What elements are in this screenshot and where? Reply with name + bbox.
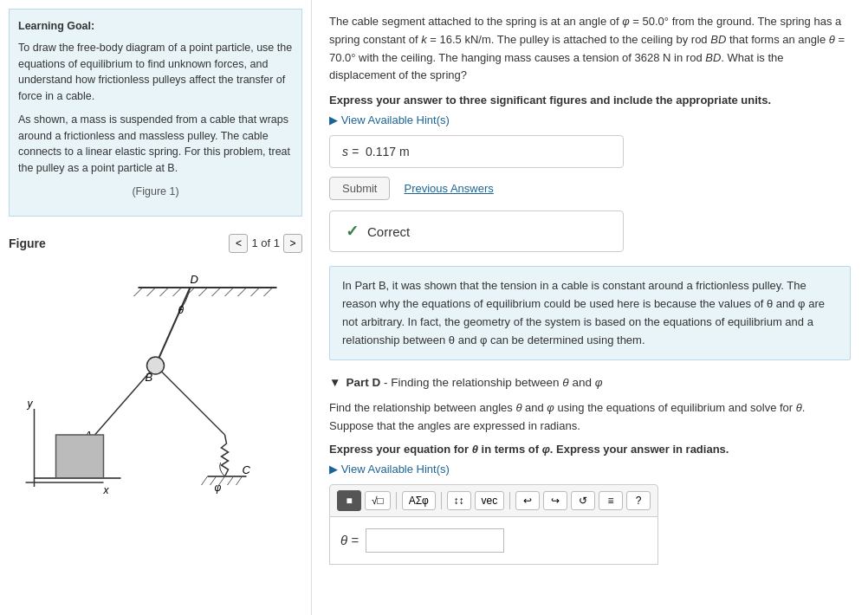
svg-line-11 — [264, 288, 273, 296]
figure-diagram: D θ B A — [9, 262, 302, 504]
toolbar-undo-btn[interactable]: ↩ — [515, 491, 540, 510]
toolbar-matrix-btn[interactable]: ■ — [337, 490, 361, 511]
svg-rect-15 — [56, 435, 104, 478]
toolbar-keyboard-btn[interactable]: ≡ — [599, 491, 623, 510]
toolbar-arrows-btn[interactable]: ↕↕ — [447, 491, 471, 510]
svg-line-1 — [134, 288, 143, 296]
problem-text: The cable segment attached to the spring… — [329, 13, 851, 85]
figure-nav-label: 1 of 1 — [251, 236, 280, 249]
toolbar-sep-3 — [509, 492, 510, 509]
svg-line-17 — [162, 372, 225, 435]
info-box: In Part B, it was shown that the tension… — [329, 266, 851, 360]
figure-title: Figure — [9, 236, 46, 250]
prev-figure-button[interactable]: < — [229, 234, 248, 253]
bold-instruction: Express your answer to three significant… — [329, 94, 851, 107]
answer-value: 0.117 m — [366, 145, 410, 159]
answer-label: s = — [342, 145, 359, 159]
part-d-title: Part D - Finding the relationship betwee… — [346, 376, 602, 389]
submit-button[interactable]: Submit — [329, 177, 390, 200]
label-phi: φ — [215, 482, 222, 494]
svg-line-4 — [173, 288, 182, 296]
svg-line-7 — [212, 288, 221, 296]
svg-line-12 — [156, 288, 191, 366]
theta-input[interactable] — [366, 528, 504, 553]
toolbar-sep-2 — [441, 492, 442, 509]
figure-canvas: D θ B A — [9, 262, 302, 504]
next-figure-button[interactable]: > — [283, 234, 302, 253]
label-d: D — [191, 273, 198, 286]
label-theta: θ — [178, 304, 185, 316]
figure-nav: < 1 of 1 > — [229, 234, 302, 253]
toolbar-reset-btn[interactable]: ↺ — [571, 491, 595, 510]
figure-area: Figure < 1 of 1 > — [0, 225, 311, 616]
learning-goal-box: Learning Goal: To draw the free-body dia… — [9, 9, 302, 217]
info-box-text: In Part B, it was shown that the tension… — [342, 279, 825, 346]
part-d-text1: Find the relationship between angles θ a… — [329, 399, 851, 436]
learning-goal-title: Learning Goal: — [18, 18, 293, 35]
toolbar-redo-btn[interactable]: ↪ — [543, 491, 567, 510]
label-y: y — [27, 398, 34, 410]
label-x: x — [103, 484, 110, 496]
figure-ref: (Figure 1) — [18, 184, 293, 200]
previous-answers-link[interactable]: Previous Answers — [404, 182, 493, 195]
check-icon: ✓ — [346, 222, 359, 241]
submit-row: Submit Previous Answers — [329, 177, 851, 200]
svg-line-22 — [228, 476, 234, 485]
math-toolbar: ■ √□ ΑΣφ ↕↕ vec ↩ ↪ ↺ ≡ ? — [329, 484, 658, 517]
left-panel: Learning Goal: To draw the free-body dia… — [0, 0, 312, 615]
toolbar-sqrt-btn[interactable]: √□ — [365, 491, 391, 510]
toolbar-vec-btn[interactable]: vec — [475, 491, 504, 510]
svg-line-3 — [160, 288, 169, 296]
svg-line-14 — [95, 372, 150, 435]
learning-goal-p2: As shown, a mass is suspended from a cab… — [18, 112, 293, 177]
svg-line-23 — [236, 476, 243, 485]
part-d-hint-link[interactable]: View Available Hint(s) — [329, 463, 851, 476]
svg-line-6 — [199, 288, 208, 296]
label-c: C — [243, 463, 251, 476]
toolbar-greek-btn[interactable]: ΑΣφ — [402, 491, 436, 510]
expand-icon[interactable]: ▼ — [329, 376, 340, 389]
hint-link[interactable]: View Available Hint(s) — [329, 113, 851, 126]
svg-line-19 — [202, 476, 208, 485]
svg-line-10 — [251, 288, 260, 296]
theta-input-label: θ = — [340, 533, 359, 547]
learning-goal-p1: To draw the free-body diagram of a point… — [18, 40, 293, 105]
correct-label: Correct — [367, 224, 410, 239]
correct-box: ✓ Correct — [329, 210, 624, 252]
answer-box: s = 0.117 m — [329, 135, 624, 168]
figure-header: Figure < 1 of 1 > — [9, 234, 302, 253]
math-input-area: θ = — [329, 517, 658, 565]
toolbar-help-btn[interactable]: ? — [626, 491, 651, 510]
svg-line-9 — [238, 288, 247, 296]
svg-line-2 — [147, 288, 156, 296]
part-d-subtitle: Finding the relationship between θ and φ — [391, 376, 602, 389]
part-d-title-bold: Part D — [346, 376, 380, 389]
toolbar-sep-1 — [396, 492, 397, 509]
right-panel: The cable segment attached to the spring… — [312, 0, 868, 615]
part-d-header: ▼ Part D - Finding the relationship betw… — [329, 376, 851, 389]
svg-line-8 — [225, 288, 234, 296]
part-d-text2: Express your equation for θ in terms of … — [329, 443, 851, 456]
